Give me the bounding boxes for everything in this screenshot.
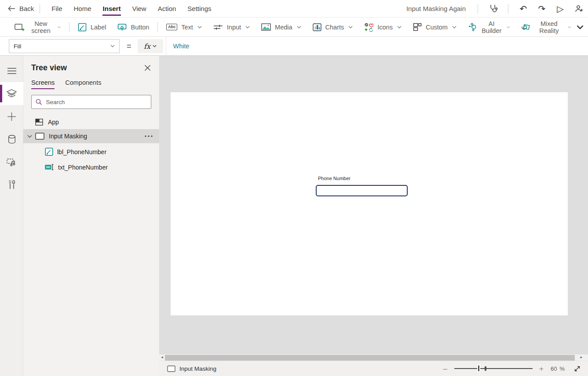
menu-settings[interactable]: Settings [182,0,217,18]
scrollbar-thumb[interactable] [165,355,575,361]
redo-button[interactable]: ↷ [533,0,551,18]
ribbon-mixed-reality[interactable]: Mixed Reality [515,18,577,37]
equals-sign: = [127,42,131,51]
fit-to-window-button[interactable] [573,365,581,372]
tree-item-textinput-control[interactable]: txt_PhoneNumber [23,160,159,174]
screen-icon [167,365,175,372]
ribbon-new-screen[interactable]: New screen [9,18,66,37]
play-icon: ▷ [557,4,563,13]
screen-icon [35,133,44,140]
zoom-out-button[interactable]: – [443,365,447,372]
zoom-slider-thumb[interactable] [477,365,480,372]
property-name: Fill [14,43,21,50]
person-add-icon [575,5,583,12]
chevron-down-icon [507,26,510,29]
search-input[interactable] [46,99,147,105]
top-bar-right: Input Masking Again ↶ ↷ ▷ [406,0,588,18]
rail-data-button[interactable] [0,128,23,151]
tree-item-label-control[interactable]: lbl_PhoneNumber [23,145,159,159]
ribbon-charts[interactable]: Charts [307,18,359,37]
current-screen-name: Input Masking [179,365,216,372]
search-icon [36,98,42,105]
icons-set-icon [364,23,373,32]
plus-icon [7,112,16,121]
text-input-control-icon [45,164,54,170]
ribbon-media[interactable]: Media [256,18,307,37]
hamburger-icon [7,68,17,74]
database-icon [8,135,16,144]
screen-artboard[interactable]: Phone Number [171,92,568,315]
canvas-viewport[interactable]: Phone Number [159,56,588,354]
ribbon-custom[interactable]: Custom [407,18,462,37]
charts-icon [313,23,321,31]
close-icon [144,65,151,71]
rail-advanced-tools-button[interactable] [0,174,23,196]
close-panel-button[interactable] [143,64,152,72]
tree-item-label: App [48,119,59,126]
ribbon-collapse-button[interactable] [577,25,584,29]
ribbon-button[interactable]: Button [112,18,155,37]
menu-action[interactable]: Action [152,0,182,18]
left-rail [0,56,23,376]
rail-menu-button[interactable] [0,59,23,82]
top-bar: Back File Home Insert View Action Settin… [0,0,588,18]
scroll-right-arrow-icon[interactable]: ► [579,354,584,361]
tools-icon [8,180,15,190]
rail-tree-view-button[interactable] [0,82,23,105]
zoom-slider[interactable] [454,368,533,369]
chevron-down-icon [197,26,202,29]
ribbon-icons[interactable]: Icons [358,18,407,37]
chevron-down-icon [297,26,301,29]
phone-number-input[interactable] [316,185,408,196]
formula-input[interactable]: White [166,37,588,55]
property-dropdown[interactable]: Fill [9,39,120,53]
share-button[interactable] [570,0,588,18]
powerapps-studio: Back File Home Insert View Action Settin… [0,0,588,376]
rail-insert-button[interactable] [0,105,23,128]
tree-view-header: Tree view [23,56,159,72]
app-checker-button[interactable] [484,0,502,18]
button-icon [117,23,127,32]
search-box [31,95,151,109]
chevron-down-icon [348,26,353,29]
more-options-button[interactable] [145,135,153,137]
horizontal-scrollbar[interactable]: ◄ ► [159,354,588,361]
divider [157,22,158,33]
text-abc-icon: Abc [166,24,177,30]
chevron-down-icon [568,26,571,29]
menu-file[interactable]: File [46,0,68,18]
menu-view[interactable]: View [126,0,152,18]
label-icon [78,23,87,32]
undo-button[interactable]: ↶ [514,0,533,18]
ai-builder-icon [468,23,477,31]
expand-icon [573,365,581,372]
canvas-area: Phone Number ◄ ► Input Masking – [159,56,588,376]
mixed-reality-icon [521,23,531,31]
ribbon-input[interactable]: Input [208,18,256,37]
fx-dropdown[interactable]: fx [138,39,163,53]
zoom-in-button[interactable]: + [539,365,544,372]
panel-title: Tree view [31,63,67,72]
chevron-down-bold-icon [577,25,584,29]
formula-text: White [173,43,190,50]
tab-screens[interactable]: Screens [31,79,55,89]
menu-home[interactable]: Home [68,0,97,18]
tree-items: App Input Masking lbl_PhoneNumber txt [23,115,159,174]
back-button[interactable]: Back [8,0,34,18]
play-preview-button[interactable]: ▷ [551,0,570,18]
ribbon-label[interactable]: Label [72,18,112,37]
stethoscope-icon [489,4,498,13]
ribbon-ai-builder[interactable]: AI Builder [462,18,515,37]
ribbon-text[interactable]: Abc Text [161,18,208,37]
chevron-expanded-icon[interactable] [27,135,32,138]
scroll-left-arrow-icon[interactable]: ◄ [159,354,165,361]
rail-media-button[interactable] [0,151,23,174]
menu-bar: File Home Insert View Action Settings [46,0,217,18]
tree-item-label: Input Masking [49,133,87,140]
tab-components[interactable]: Components [65,79,101,89]
phone-number-label[interactable]: Phone Number [318,176,351,181]
formula-bar: Fill = fx White [0,37,588,56]
tree-item-app[interactable]: App [23,115,159,129]
tree-item-screen-selected[interactable]: Input Masking [23,129,159,143]
menu-insert[interactable]: Insert [97,0,127,18]
